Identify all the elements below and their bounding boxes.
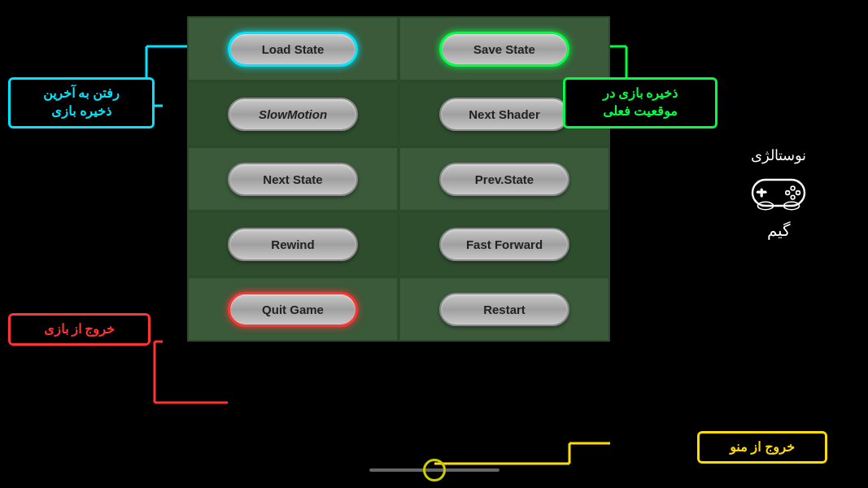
yellow-annotation-box: خروج از منو — [697, 431, 827, 464]
save-state-button[interactable]: Save State — [439, 32, 569, 67]
yellow-annotation-text: خروج از منو — [730, 440, 795, 454]
grid-cell-rewind: Rewind — [187, 211, 399, 277]
svg-point-15 — [791, 186, 795, 190]
prev-state-button[interactable]: Prev.State — [439, 163, 569, 196]
cyan-annotation-text: رفتن به آخرینذخیره بازی — [43, 86, 120, 118]
logo-area: نوستالژی گیم — [722, 146, 835, 240]
grid-cell-restart: Restart — [399, 277, 610, 342]
bottom-slider[interactable] — [369, 468, 499, 472]
quit-game-button[interactable]: Quit Game — [228, 292, 358, 327]
red-annotation-text: خروج از بازی — [44, 322, 116, 336]
svg-rect-14 — [757, 191, 767, 194]
next-shader-button[interactable]: Next Shader — [439, 98, 569, 131]
logo-bottom-text: گیم — [722, 220, 835, 240]
rewind-button[interactable]: Rewind — [228, 228, 358, 261]
green-annotation-box: ذخیره بازی درموقعیت فعلی — [563, 77, 718, 129]
grid-cell-slow: SlowMotion — [187, 81, 399, 146]
grid-cell-save: Save State — [399, 16, 610, 81]
slow-motion-button[interactable]: SlowMotion — [228, 98, 358, 131]
green-annotation-text: ذخیره بازی درموقعیت فعلی — [603, 86, 678, 118]
next-state-button[interactable]: Next State — [228, 163, 358, 196]
fast-forward-button[interactable]: Fast Forward — [439, 228, 569, 261]
main-grid: Load State Save State SlowMotion Next Sh… — [187, 16, 610, 342]
red-annotation-box: خروج از بازی — [8, 313, 150, 346]
slider-handle[interactable] — [423, 459, 446, 481]
slider-track — [369, 468, 499, 472]
restart-button[interactable]: Restart — [439, 293, 569, 326]
cyan-annotation-box: رفتن به آخرینذخیره بازی — [8, 77, 155, 129]
load-state-button[interactable]: Load State — [228, 32, 358, 67]
gamepad-icon — [746, 168, 811, 217]
grid-cell-load: Load State — [187, 16, 399, 81]
logo-top-text: نوستالژی — [722, 146, 835, 164]
svg-point-17 — [791, 195, 795, 199]
svg-point-16 — [796, 191, 800, 195]
grid-cell-fast-forward: Fast Forward — [399, 211, 610, 277]
grid-cell-quit: Quit Game — [187, 277, 399, 342]
grid-cell-prev-state: Prev.State — [399, 146, 610, 211]
grid-cell-next-state: Next State — [187, 146, 399, 211]
svg-point-18 — [786, 191, 790, 195]
